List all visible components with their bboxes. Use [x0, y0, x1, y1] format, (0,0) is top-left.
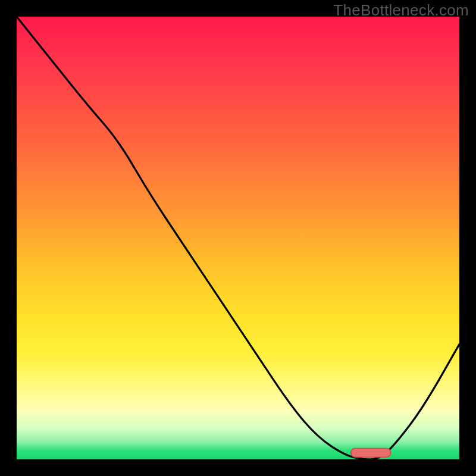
optimal-range-marker: [17, 17, 459, 459]
marker-capsule: [351, 448, 391, 457]
watermark-text: TheBottleneck.com: [333, 1, 469, 20]
chart-frame: TheBottleneck.com: [0, 0, 476, 476]
